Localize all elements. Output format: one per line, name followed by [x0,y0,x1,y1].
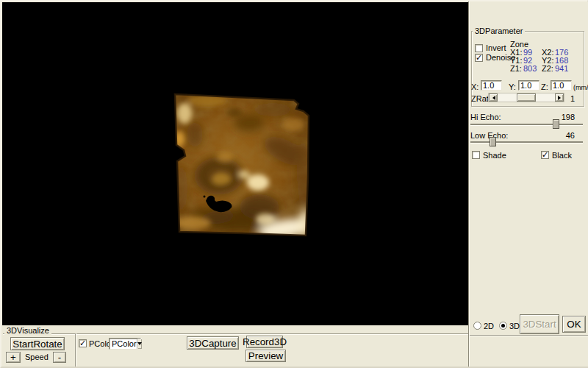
scale-y-label: Y: [509,82,516,91]
mode-3d-label: 3D [509,322,520,330]
pcolor-select[interactable]: PColor [109,338,141,350]
zrate-scroll-right-button[interactable] [555,93,564,102]
hi-echo-slider-thumb[interactable] [553,119,559,129]
mode-3d-radio[interactable] [499,322,507,330]
zrate-value: 1 [570,94,575,103]
zone-z2-value: 941 [555,64,568,73]
low-echo-value: 46 [552,131,575,140]
render-viewport[interactable] [2,2,468,325]
zrate-scrollbar[interactable] [488,93,564,102]
scale-x-label: X: [471,82,478,91]
visualize-panel: 3DVisualize StartRotate + Speed - PColor… [1,325,468,367]
mode-2d-radio[interactable] [473,322,481,330]
hi-echo-label: Hi Echo: [470,113,501,121]
speed-label: Speed [25,353,49,361]
zrate-scroll-left-button[interactable] [489,93,498,102]
right-panel-divider [470,335,588,336]
start-rotate-button[interactable]: StartRotate [10,337,65,350]
shade-label: Shade [483,151,506,160]
scale-z-input[interactable] [551,80,572,91]
scale-y-input[interactable] [518,80,539,91]
mode-2d-label: 2D [484,322,494,330]
low-echo-slider-thumb[interactable] [490,137,496,146]
shade-checkbox[interactable] [472,151,480,159]
zone-z2-label: Z2: [542,64,553,73]
pcolor-select-value: PColor [110,339,137,348]
denoise-checkbox[interactable] [475,54,483,62]
3dcapture-button[interactable]: 3DCapture [187,336,239,350]
scroll-right-icon [558,96,563,100]
volume-render-image [2,2,468,325]
record3d-button[interactable]: Record3D [246,336,283,348]
scroll-left-icon [490,96,495,100]
invert-checkbox[interactable] [475,44,483,52]
zone-z1-label: Z1: [510,64,522,73]
visualize-group-title: 3DVisualize [4,326,51,335]
parameter-group-title: 3DParameter [473,26,525,35]
hi-echo-slider[interactable] [470,124,583,125]
zrate-scroll-thumb[interactable] [517,93,536,102]
pcolor-checkbox[interactable] [79,339,87,347]
pcolor-select-arrow-button[interactable] [137,339,142,349]
chevron-down-icon [137,342,142,347]
app-window: 3DParameter Invert Denoise Zone X1: 99 X… [0,0,588,368]
zone-z1-value: 803 [523,64,537,73]
3dstart-button[interactable]: 3DStart [520,314,559,334]
scale-unit-label: (mm/p) [573,83,588,92]
scale-z-label: Z: [541,82,548,91]
black-checkbox[interactable] [541,151,549,159]
preview-button[interactable]: Preview [245,350,286,362]
speed-plus-button[interactable]: + [6,352,21,363]
invert-label: Invert [486,43,506,52]
black-label: Black [552,151,572,160]
parameter-panel: 3DParameter Invert Denoise Zone X1: 99 X… [470,1,588,367]
scale-x-input[interactable] [481,80,502,91]
ok-button[interactable]: OK [562,316,586,333]
low-echo-slider[interactable] [470,141,583,143]
speed-minus-button[interactable]: - [53,352,66,363]
visualize-group-right-border [75,333,76,367]
visualize-group-top-border [3,333,468,335]
